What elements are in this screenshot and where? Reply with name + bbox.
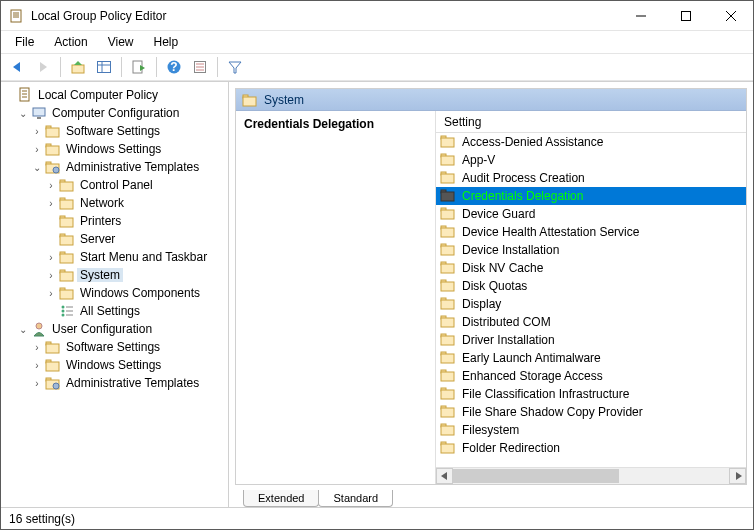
tree-item-icon (59, 231, 75, 247)
expand-toggle[interactable]: › (31, 360, 43, 371)
svg-rect-42 (60, 218, 73, 227)
tree-cc-windows-components[interactable]: ›Windows Components (3, 284, 226, 302)
expand-toggle[interactable]: › (45, 180, 57, 191)
tree-cc-windows-settings[interactable]: ›Windows Settings (3, 140, 226, 158)
tree-uc-admin-templates[interactable]: ›Administrative Templates (3, 374, 226, 392)
svg-marker-11 (74, 61, 82, 65)
list-item[interactable]: Access-Denied Assistance (436, 133, 746, 151)
expand-toggle[interactable]: › (31, 126, 43, 137)
show-hide-tree-button[interactable] (92, 55, 116, 79)
list-header-setting[interactable]: Setting (436, 111, 746, 133)
tree-item-label: Windows Settings (63, 358, 164, 372)
svg-rect-70 (441, 156, 454, 165)
list-item[interactable]: App-V (436, 151, 746, 169)
svg-rect-80 (441, 246, 454, 255)
list-item[interactable]: File Classification Infrastructure (436, 385, 746, 403)
settings-list[interactable]: Access-Denied AssistanceApp-VAudit Proce… (436, 133, 746, 467)
tree-uc-windows-settings[interactable]: ›Windows Settings (3, 356, 226, 374)
tree-item-icon (45, 159, 61, 175)
folder-icon (440, 368, 456, 385)
svg-rect-59 (46, 344, 59, 353)
up-button[interactable] (66, 55, 90, 79)
list-item[interactable]: Credentials Delegation (436, 187, 746, 205)
scroll-track[interactable] (453, 468, 729, 484)
tree-cc-printers[interactable]: Printers (3, 212, 226, 230)
list-item[interactable]: Disk Quotas (436, 277, 746, 295)
list-item[interactable]: Early Launch Antimalware (436, 349, 746, 367)
maximize-button[interactable] (663, 1, 708, 30)
list-item[interactable]: Device Installation (436, 241, 746, 259)
content-box: System Credentials Delegation Setting Ac… (235, 88, 747, 485)
tab-standard[interactable]: Standard (318, 490, 393, 507)
menu-view[interactable]: View (100, 33, 142, 51)
minimize-button[interactable] (618, 1, 663, 30)
expand-toggle[interactable]: ⌄ (17, 324, 29, 335)
tree-cc-admin-templates[interactable]: ⌄Administrative Templates (3, 158, 226, 176)
filter-button[interactable] (223, 55, 247, 79)
tree-computer-configuration[interactable]: ⌄Computer Configuration (3, 104, 226, 122)
properties-button[interactable] (188, 55, 212, 79)
tree-root[interactable]: Local Computer Policy (3, 86, 226, 104)
list-item-label: Access-Denied Assistance (462, 135, 603, 149)
tree-item-label: Computer Configuration (49, 106, 182, 120)
expand-toggle[interactable]: ⌄ (17, 108, 29, 119)
expand-toggle[interactable]: › (31, 378, 43, 389)
list-item[interactable]: Display (436, 295, 746, 313)
tree-cc-network[interactable]: ›Network (3, 194, 226, 212)
folder-icon (440, 170, 456, 187)
tree-cc-server[interactable]: Server (3, 230, 226, 248)
status-bar: 16 setting(s) (1, 507, 753, 529)
list-item[interactable]: Enhanced Storage Access (436, 367, 746, 385)
folder-icon (440, 188, 456, 205)
tree-pane[interactable]: Local Computer Policy⌄Computer Configura… (1, 82, 229, 507)
back-button[interactable] (5, 55, 29, 79)
tree-cc-all-settings[interactable]: All Settings (3, 302, 226, 320)
scroll-left-button[interactable] (436, 468, 453, 484)
svg-marker-23 (229, 62, 241, 73)
list-item[interactable]: Driver Installation (436, 331, 746, 349)
tree-cc-software-settings[interactable]: ›Software Settings (3, 122, 226, 140)
forward-button[interactable] (31, 55, 55, 79)
menu-file[interactable]: File (7, 33, 42, 51)
scroll-thumb[interactable] (453, 469, 619, 483)
view-tabs: Extended Standard (235, 485, 747, 507)
export-button[interactable] (127, 55, 151, 79)
tree-cc-system[interactable]: ›System (3, 266, 226, 284)
tree-user-configuration[interactable]: ⌄User Configuration (3, 320, 226, 338)
expand-toggle[interactable]: › (45, 198, 57, 209)
titlebar: Local Group Policy Editor (1, 1, 753, 31)
tree-cc-start-menu[interactable]: ›Start Menu and Taskbar (3, 248, 226, 266)
list-item[interactable]: Distributed COM (436, 313, 746, 331)
list-item[interactable]: Device Health Attestation Service (436, 223, 746, 241)
list-item[interactable]: Disk NV Cache (436, 259, 746, 277)
scroll-right-button[interactable] (729, 468, 746, 484)
svg-point-36 (53, 167, 59, 173)
list-item-label: File Share Shadow Copy Provider (462, 405, 643, 419)
menu-action[interactable]: Action (46, 33, 95, 51)
list-item-label: Device Installation (462, 243, 559, 257)
list-item[interactable]: Audit Process Creation (436, 169, 746, 187)
help-button[interactable]: ? (162, 55, 186, 79)
list-item[interactable]: Folder Redirection (436, 439, 746, 457)
horizontal-scrollbar[interactable] (436, 467, 746, 484)
list-item[interactable]: Device Guard (436, 205, 746, 223)
tab-extended[interactable]: Extended (243, 490, 319, 507)
folder-icon (440, 440, 456, 457)
folder-icon (440, 278, 456, 295)
expand-toggle[interactable]: › (31, 342, 43, 353)
list-item[interactable]: Filesystem (436, 421, 746, 439)
list-item[interactable]: File Share Shadow Copy Provider (436, 403, 746, 421)
tree-item-label: All Settings (77, 304, 143, 318)
path-label: System (264, 93, 304, 107)
expand-toggle[interactable]: ⌄ (31, 162, 43, 173)
menu-help[interactable]: Help (146, 33, 187, 51)
tree-uc-software-settings[interactable]: ›Software Settings (3, 338, 226, 356)
tree-item-label: Windows Components (77, 286, 203, 300)
expand-toggle[interactable]: › (31, 144, 43, 155)
close-button[interactable] (708, 1, 753, 30)
expand-toggle[interactable]: › (45, 252, 57, 263)
tree-cc-control-panel[interactable]: ›Control Panel (3, 176, 226, 194)
expand-toggle[interactable]: › (45, 288, 57, 299)
expand-toggle[interactable]: › (45, 270, 57, 281)
toolbar-separator (121, 57, 122, 77)
